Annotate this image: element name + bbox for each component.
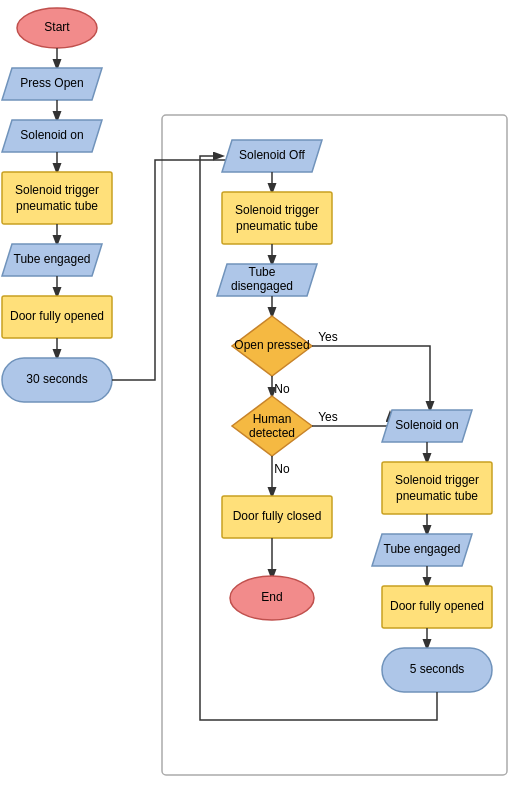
svg-point-1 [17,8,97,48]
svg-marker-36 [372,534,472,566]
svg-rect-17 [222,192,332,244]
svg-rect-38 [382,586,492,628]
svg-rect-7 [2,172,112,224]
yes-label-2: Yes [318,410,338,424]
svg-rect-33 [382,462,492,514]
svg-rect-14 [2,358,112,402]
no-label-2: No [274,462,290,476]
no-label-1: No [274,382,290,396]
svg-marker-23 [232,316,312,376]
svg-marker-10 [2,244,102,276]
svg-rect-28 [222,496,332,538]
svg-point-30 [230,576,314,620]
svg-rect-40 [382,648,492,692]
svg-marker-5 [2,120,102,152]
yes-label-1: Yes [318,330,338,344]
svg-marker-3 [2,68,102,100]
svg-rect-12 [2,296,112,338]
svg-marker-15 [222,140,322,172]
svg-marker-20 [217,264,317,296]
svg-marker-31 [382,410,472,442]
svg-marker-25 [232,396,312,456]
